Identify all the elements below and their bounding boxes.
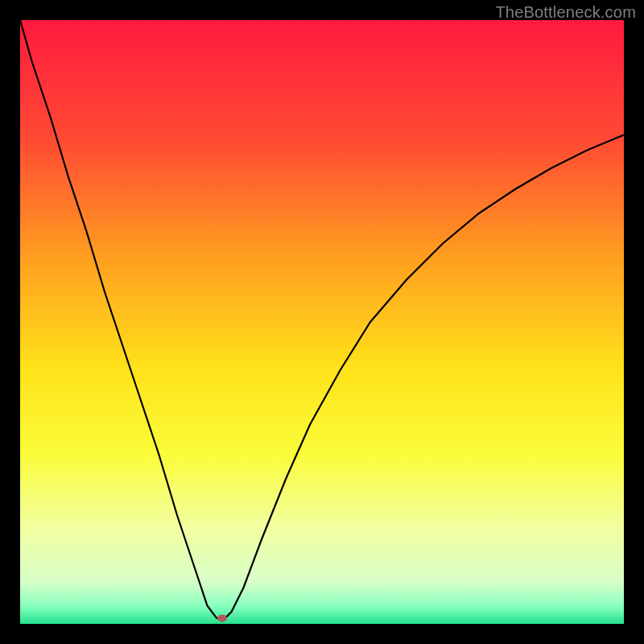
gradient-plot-area	[20, 20, 624, 624]
watermark-text: TheBottleneck.com	[495, 3, 636, 22]
chart-frame: TheBottleneck.com	[0, 0, 644, 644]
minimum-marker	[217, 614, 227, 621]
